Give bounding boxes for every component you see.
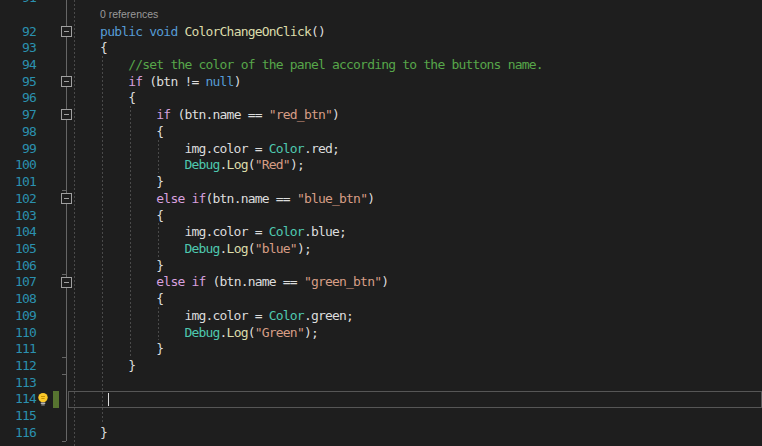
code-line[interactable]: 112 }: [0, 357, 762, 374]
line-number[interactable]: 100: [0, 157, 36, 174]
code-text[interactable]: Debug.Log("Green");: [72, 324, 318, 341]
code-text[interactable]: Debug.Log("Red");: [72, 157, 304, 174]
code-line[interactable]: 98 {: [0, 123, 762, 140]
code-token: if: [128, 74, 142, 89]
code-text[interactable]: }: [72, 340, 163, 357]
line-number[interactable]: 103: [0, 207, 36, 224]
line-number[interactable]: 95: [0, 73, 36, 90]
code-line[interactable]: 116 }: [0, 424, 762, 441]
fold-collapse-button[interactable]: [61, 193, 72, 204]
code-token: .: [220, 157, 227, 172]
code-text[interactable]: //set the color of the panel according t…: [72, 56, 543, 73]
line-number[interactable]: 116: [0, 424, 36, 441]
code-text[interactable]: Debug.Log("blue");: [72, 240, 311, 257]
codelens-references[interactable]: 0 references: [100, 8, 158, 20]
code-text[interactable]: img.color = Color.green;: [72, 307, 353, 324]
code-line[interactable]: 93 {: [0, 39, 762, 56]
line-number[interactable]: 115: [0, 407, 36, 424]
line-number[interactable]: 109: [0, 307, 36, 324]
line-number[interactable]: 94: [0, 56, 36, 73]
line-number[interactable]: 108: [0, 290, 36, 307]
line-number[interactable]: 92: [0, 23, 36, 40]
line-number[interactable]: 97: [0, 106, 36, 123]
code-text[interactable]: }: [72, 257, 163, 274]
line-number[interactable]: 110: [0, 324, 36, 341]
fold-collapse-button[interactable]: [61, 109, 72, 120]
code-line[interactable]: 96 {: [0, 90, 762, 107]
line-number[interactable]: 96: [0, 90, 36, 107]
code-text[interactable]: else if(btn.name == "blue_btn"): [72, 190, 374, 207]
line-number[interactable]: 99: [0, 140, 36, 157]
code-token: {: [72, 40, 107, 55]
code-text[interactable]: else if (btn.name == "green_btn"): [72, 274, 388, 291]
code-line[interactable]: 108 {: [0, 290, 762, 307]
line-number[interactable]: 112: [0, 357, 36, 374]
codelens-row[interactable]: 0 references: [0, 6, 762, 23]
fold-collapse-button[interactable]: [61, 26, 72, 37]
code-line[interactable]: 95 if (btn != null): [0, 73, 762, 90]
line-number[interactable]: 113: [0, 374, 36, 391]
line-number[interactable]: 107: [0, 274, 36, 291]
line-number[interactable]: 102: [0, 190, 36, 207]
code-line[interactable]: 110 Debug.Log("Green");: [0, 324, 762, 341]
line-number[interactable]: 93: [0, 39, 36, 56]
quick-actions-lightbulb-icon[interactable]: [36, 392, 50, 407]
code-text[interactable]: if (btn != null): [72, 73, 241, 90]
code-text[interactable]: {: [72, 39, 107, 56]
code-token: {: [72, 291, 163, 306]
code-line[interactable]: 102 else if(btn.name == "blue_btn"): [0, 190, 762, 207]
code-text[interactable]: {: [72, 207, 163, 224]
line-number[interactable]: 114: [0, 391, 36, 408]
code-line[interactable]: 97 if (btn.name == "red_btn"): [0, 106, 762, 123]
line-number[interactable]: 98: [0, 123, 36, 140]
code-token: Color: [269, 308, 304, 323]
code-line[interactable]: 92 public void ColorChangeOnClick(): [0, 23, 762, 40]
line-number[interactable]: 101: [0, 173, 36, 190]
code-line[interactable]: 111 }: [0, 340, 762, 357]
code-token: "red_btn": [269, 107, 332, 122]
code-line[interactable]: 106 }: [0, 257, 762, 274]
code-line[interactable]: 100 Debug.Log("Red");: [0, 157, 762, 174]
code-text[interactable]: public void ColorChangeOnClick(): [72, 23, 325, 40]
code-line[interactable]: 113: [0, 374, 762, 391]
lightbulb-glyph: [36, 392, 50, 407]
code-text[interactable]: }: [72, 173, 163, 190]
code-line[interactable]: 109 img.color = Color.green;: [0, 307, 762, 324]
minus-icon: [64, 81, 69, 82]
code-token: );: [290, 157, 304, 172]
code-token: ): [332, 107, 339, 122]
code-token: }: [72, 341, 163, 356]
code-line[interactable]: 94 //set the color of the panel accordin…: [0, 56, 762, 73]
code-text[interactable]: if (btn.name == "red_btn"): [72, 106, 339, 123]
code-token: [72, 57, 128, 72]
code-text[interactable]: }: [72, 424, 107, 441]
code-line[interactable]: 114: [0, 391, 762, 408]
line-number[interactable]: 106: [0, 257, 36, 274]
code-line[interactable]: 107 else if (btn.name == "green_btn"): [0, 274, 762, 291]
code-line[interactable]: 115: [0, 407, 762, 424]
code-line[interactable]: 101 }: [0, 173, 762, 190]
code-token: }: [72, 258, 163, 273]
code-token: (btn.name ==: [206, 274, 304, 289]
code-text[interactable]: {: [72, 123, 163, 140]
code-line[interactable]: 99 img.color = Color.red;: [0, 140, 762, 157]
code-text[interactable]: img.color = Color.red;: [72, 140, 339, 157]
fold-collapse-button[interactable]: [61, 76, 72, 87]
fold-collapse-button[interactable]: [61, 277, 72, 288]
line-number[interactable]: 105: [0, 240, 36, 257]
code-token: .blue;: [304, 224, 346, 239]
line-number[interactable]: 111: [0, 340, 36, 357]
code-editor[interactable]: 910 references92 public void ColorChange…: [0, 0, 762, 446]
code-text[interactable]: }: [72, 357, 135, 374]
line-number[interactable]: 104: [0, 223, 36, 240]
code-line[interactable]: 105 Debug.Log("blue");: [0, 240, 762, 257]
code-text[interactable]: {: [72, 290, 163, 307]
minus-icon: [64, 31, 69, 32]
code-token: [72, 191, 156, 206]
code-line[interactable]: 103 {: [0, 207, 762, 224]
code-token: else: [156, 191, 184, 206]
code-line[interactable]: 104 img.color = Color.blue;: [0, 223, 762, 240]
code-token: [184, 274, 191, 289]
code-text[interactable]: {: [72, 90, 135, 107]
code-text[interactable]: img.color = Color.blue;: [72, 223, 346, 240]
